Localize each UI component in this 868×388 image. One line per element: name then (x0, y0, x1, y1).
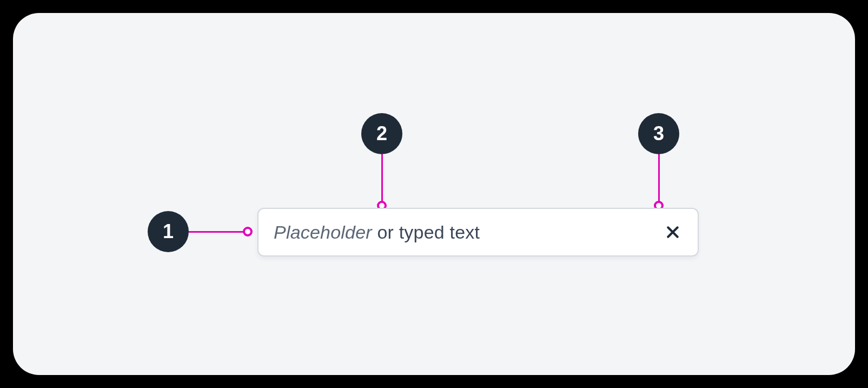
callout-number: 2 (376, 122, 387, 145)
callout-leader-3 (658, 154, 660, 203)
callout-badge-1: 1 (148, 211, 189, 252)
canvas: 1 2 3 Placeholder or typed text (0, 0, 868, 388)
callout-leader-1 (189, 231, 245, 233)
callout-number: 1 (163, 220, 174, 243)
text-input[interactable]: Placeholder or typed text (257, 208, 699, 257)
callout-leader-2 (381, 154, 383, 203)
input-display-text: Placeholder or typed text (274, 222, 480, 243)
callout-endpoint-1 (243, 227, 253, 236)
callout-number: 3 (653, 122, 664, 145)
diagram-panel: 1 2 3 Placeholder or typed text (13, 13, 855, 375)
clear-button[interactable] (662, 221, 684, 243)
input-placeholder-word: Placeholder (274, 222, 372, 242)
close-icon (665, 224, 681, 240)
callout-badge-2: 2 (361, 113, 402, 154)
input-typed-text: or typed text (372, 222, 480, 242)
callout-badge-3: 3 (638, 113, 679, 154)
diagram-stage: 1 2 3 Placeholder or typed text (13, 13, 855, 375)
